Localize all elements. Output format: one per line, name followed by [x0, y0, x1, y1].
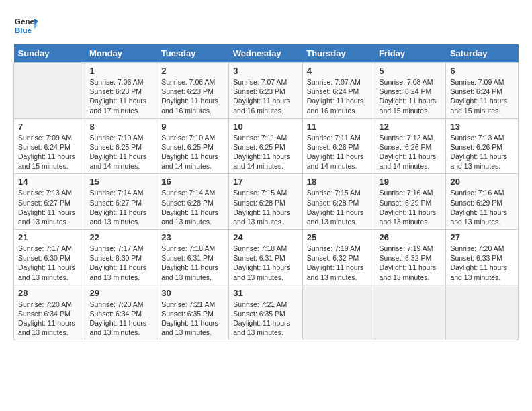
day-number: 28 — [18, 288, 81, 298]
calendar-day: 1Sunrise: 7:06 AM Sunset: 6:23 PM Daylig… — [85, 63, 157, 119]
header-friday: Friday — [375, 44, 446, 63]
calendar-day: 11Sunrise: 7:11 AM Sunset: 6:26 PM Dayli… — [302, 118, 375, 174]
day-number: 11 — [307, 122, 371, 132]
day-info: Sunrise: 7:16 AM Sunset: 6:29 PM Dayligh… — [450, 188, 514, 226]
day-info: Sunrise: 7:06 AM Sunset: 6:23 PM Dayligh… — [89, 77, 152, 116]
day-info: Sunrise: 7:10 AM Sunset: 6:25 PM Dayligh… — [89, 133, 152, 171]
day-number: 22 — [89, 232, 152, 242]
day-info: Sunrise: 7:11 AM Sunset: 6:26 PM Dayligh… — [307, 133, 371, 171]
calendar-day: 26Sunrise: 7:19 AM Sunset: 6:32 PM Dayli… — [375, 230, 446, 285]
day-info: Sunrise: 7:15 AM Sunset: 6:28 PM Dayligh… — [233, 188, 298, 226]
calendar-day — [446, 285, 519, 340]
day-info: Sunrise: 7:21 AM Sunset: 6:35 PM Dayligh… — [233, 300, 298, 338]
day-number: 23 — [161, 232, 224, 242]
day-info: Sunrise: 7:14 AM Sunset: 6:27 PM Dayligh… — [89, 188, 152, 226]
calendar-week-3: 21Sunrise: 7:17 AM Sunset: 6:30 PM Dayli… — [14, 230, 519, 285]
day-number: 15 — [89, 177, 152, 187]
day-info: Sunrise: 7:07 AM Sunset: 6:23 PM Dayligh… — [233, 77, 298, 116]
day-number: 29 — [89, 288, 152, 298]
calendar-day: 14Sunrise: 7:13 AM Sunset: 6:27 PM Dayli… — [14, 174, 85, 230]
calendar-day: 2Sunrise: 7:06 AM Sunset: 6:23 PM Daylig… — [157, 63, 229, 119]
day-number: 24 — [233, 232, 298, 242]
calendar-day: 25Sunrise: 7:19 AM Sunset: 6:32 PM Dayli… — [302, 230, 375, 285]
header-tuesday: Tuesday — [157, 44, 229, 63]
day-info: Sunrise: 7:16 AM Sunset: 6:29 PM Dayligh… — [380, 188, 442, 226]
day-number: 20 — [450, 177, 514, 187]
day-number: 13 — [450, 122, 514, 132]
day-info: Sunrise: 7:08 AM Sunset: 6:24 PM Dayligh… — [380, 77, 442, 116]
header-thursday: Thursday — [302, 44, 375, 63]
calendar-day: 5Sunrise: 7:08 AM Sunset: 6:24 PM Daylig… — [375, 63, 446, 119]
day-number: 16 — [161, 177, 224, 187]
svg-text:Blue: Blue — [15, 26, 32, 34]
calendar-day: 31Sunrise: 7:21 AM Sunset: 6:35 PM Dayli… — [229, 285, 302, 340]
day-number: 8 — [89, 122, 152, 132]
day-number: 27 — [450, 232, 514, 242]
calendar-header-row: SundayMondayTuesdayWednesdayThursdayFrid… — [14, 44, 519, 63]
calendar-week-4: 28Sunrise: 7:20 AM Sunset: 6:34 PM Dayli… — [14, 285, 519, 340]
day-number: 4 — [307, 66, 371, 76]
header-saturday: Saturday — [446, 44, 519, 63]
day-info: Sunrise: 7:17 AM Sunset: 6:30 PM Dayligh… — [89, 244, 152, 282]
day-info: Sunrise: 7:20 AM Sunset: 6:34 PM Dayligh… — [18, 300, 81, 338]
day-number: 5 — [380, 66, 442, 76]
day-info: Sunrise: 7:15 AM Sunset: 6:28 PM Dayligh… — [307, 188, 371, 226]
day-info: Sunrise: 7:12 AM Sunset: 6:26 PM Dayligh… — [380, 133, 442, 171]
calendar-day: 3Sunrise: 7:07 AM Sunset: 6:23 PM Daylig… — [229, 63, 302, 119]
day-info: Sunrise: 7:06 AM Sunset: 6:23 PM Dayligh… — [161, 77, 224, 116]
day-number: 26 — [380, 232, 442, 242]
calendar-day: 4Sunrise: 7:07 AM Sunset: 6:24 PM Daylig… — [302, 63, 375, 119]
day-number: 30 — [161, 288, 224, 298]
day-number: 21 — [18, 232, 81, 242]
day-number: 12 — [380, 122, 442, 132]
day-info: Sunrise: 7:17 AM Sunset: 6:30 PM Dayligh… — [18, 244, 81, 282]
calendar-day — [14, 63, 85, 119]
day-number: 9 — [161, 122, 224, 132]
day-number: 31 — [233, 288, 298, 298]
day-number: 2 — [161, 66, 224, 76]
calendar-day: 20Sunrise: 7:16 AM Sunset: 6:29 PM Dayli… — [446, 174, 519, 230]
day-info: Sunrise: 7:21 AM Sunset: 6:35 PM Dayligh… — [161, 300, 224, 338]
calendar-day: 16Sunrise: 7:14 AM Sunset: 6:28 PM Dayli… — [157, 174, 229, 230]
logo: General Blue — [13, 13, 40, 38]
day-info: Sunrise: 7:20 AM Sunset: 6:33 PM Dayligh… — [450, 244, 514, 282]
day-info: Sunrise: 7:18 AM Sunset: 6:31 PM Dayligh… — [233, 244, 298, 282]
header-wednesday: Wednesday — [229, 44, 302, 63]
day-info: Sunrise: 7:10 AM Sunset: 6:25 PM Dayligh… — [161, 133, 224, 171]
day-number: 10 — [233, 122, 298, 132]
calendar-week-0: 1Sunrise: 7:06 AM Sunset: 6:23 PM Daylig… — [14, 63, 519, 119]
calendar-day: 19Sunrise: 7:16 AM Sunset: 6:29 PM Dayli… — [375, 174, 446, 230]
day-info: Sunrise: 7:13 AM Sunset: 6:27 PM Dayligh… — [18, 188, 81, 226]
day-number: 6 — [450, 66, 514, 76]
calendar-day: 7Sunrise: 7:09 AM Sunset: 6:24 PM Daylig… — [14, 118, 85, 174]
day-info: Sunrise: 7:07 AM Sunset: 6:24 PM Dayligh… — [307, 77, 371, 116]
day-number: 18 — [307, 177, 371, 187]
header-sunday: Sunday — [14, 44, 85, 63]
day-number: 7 — [18, 122, 81, 132]
day-number: 3 — [233, 66, 298, 76]
calendar-day: 18Sunrise: 7:15 AM Sunset: 6:28 PM Dayli… — [302, 174, 375, 230]
calendar-day: 10Sunrise: 7:11 AM Sunset: 6:25 PM Dayli… — [229, 118, 302, 174]
day-info: Sunrise: 7:09 AM Sunset: 6:24 PM Dayligh… — [18, 133, 81, 171]
logo-icon: General Blue — [13, 13, 38, 38]
calendar-day: 9Sunrise: 7:10 AM Sunset: 6:25 PM Daylig… — [157, 118, 229, 174]
day-info: Sunrise: 7:11 AM Sunset: 6:25 PM Dayligh… — [233, 133, 298, 171]
calendar-day: 21Sunrise: 7:17 AM Sunset: 6:30 PM Dayli… — [14, 230, 85, 285]
calendar-day: 13Sunrise: 7:13 AM Sunset: 6:26 PM Dayli… — [446, 118, 519, 174]
calendar-day: 12Sunrise: 7:12 AM Sunset: 6:26 PM Dayli… — [375, 118, 446, 174]
day-number: 14 — [18, 177, 81, 187]
page-header: General Blue — [13, 13, 519, 38]
calendar-day — [375, 285, 446, 340]
day-number: 25 — [307, 232, 371, 242]
day-info: Sunrise: 7:19 AM Sunset: 6:32 PM Dayligh… — [380, 244, 442, 282]
calendar-day: 17Sunrise: 7:15 AM Sunset: 6:28 PM Dayli… — [229, 174, 302, 230]
calendar-day: 23Sunrise: 7:18 AM Sunset: 6:31 PM Dayli… — [157, 230, 229, 285]
calendar-day: 27Sunrise: 7:20 AM Sunset: 6:33 PM Dayli… — [446, 230, 519, 285]
calendar-week-1: 7Sunrise: 7:09 AM Sunset: 6:24 PM Daylig… — [14, 118, 519, 174]
calendar-day: 24Sunrise: 7:18 AM Sunset: 6:31 PM Dayli… — [229, 230, 302, 285]
day-number: 17 — [233, 177, 298, 187]
calendar-day: 15Sunrise: 7:14 AM Sunset: 6:27 PM Dayli… — [85, 174, 157, 230]
calendar-day — [302, 285, 375, 340]
day-info: Sunrise: 7:14 AM Sunset: 6:28 PM Dayligh… — [161, 188, 224, 226]
day-info: Sunrise: 7:20 AM Sunset: 6:34 PM Dayligh… — [89, 300, 152, 338]
